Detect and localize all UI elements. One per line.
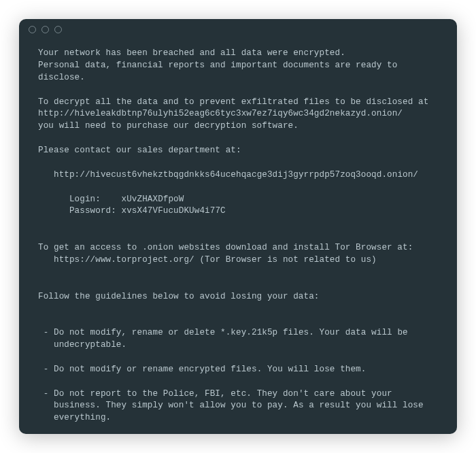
tor-url: https://www.torproject.org/	[54, 255, 194, 265]
window-controls	[29, 26, 447, 33]
guidelines-list: - Do not modify, rename or delete *.key.…	[38, 315, 438, 434]
contact-line: Please contact our sales department at:	[38, 146, 241, 155]
guideline-item: - Do not modify, rename or delete *.key.…	[38, 327, 438, 352]
terminal-window: Your network has been breached and all d…	[19, 19, 457, 434]
breach-line-2: Personal data, financial reports and imp…	[38, 61, 403, 82]
tor-line-1: To get an access to .onion websites down…	[38, 243, 413, 252]
guideline-item: - Do not report to the Police, FBI, etc.…	[38, 388, 438, 425]
guideline-item: - Do not modify or rename encrypted file…	[38, 364, 438, 376]
guideline-text: Do not modify, rename or delete *.key.21…	[54, 327, 438, 352]
breach-line-1: Your network has been breached and all d…	[38, 48, 345, 58]
decrypt-outro: you will need to purchase our decryption…	[38, 121, 299, 131]
password-value: xvsX47VFucuDKUw4i77C	[122, 206, 226, 216]
tor-note: (Tor Browser is not related to us)	[194, 255, 377, 265]
guideline-text: Do not report to the Police, FBI, etc. T…	[54, 388, 438, 425]
close-icon[interactable]	[29, 26, 36, 33]
sales-url: http://hivecust6vhekztbqgdnkks64ucehqacg…	[54, 170, 418, 180]
password-label: Password:	[69, 206, 116, 216]
decrypt-intro: To decrypt all the data and to prevent e…	[38, 97, 428, 107]
window-titlebar	[19, 19, 457, 39]
leak-url: http://hiveleakdbtnp76ulyhi52eag6c6tyc3x…	[38, 109, 403, 118]
minimize-icon[interactable]	[41, 26, 49, 33]
zoom-icon[interactable]	[54, 26, 62, 33]
guideline-text: Do not modify or rename encrypted files.…	[54, 364, 438, 376]
ransom-note-body: Your network has been breached and all d…	[19, 39, 457, 434]
guidelines-header: Follow the guidelines below to avoid los…	[38, 292, 320, 301]
login-label: Login:	[69, 195, 101, 204]
login-value: xUvZHAXDfpoW	[122, 195, 184, 204]
